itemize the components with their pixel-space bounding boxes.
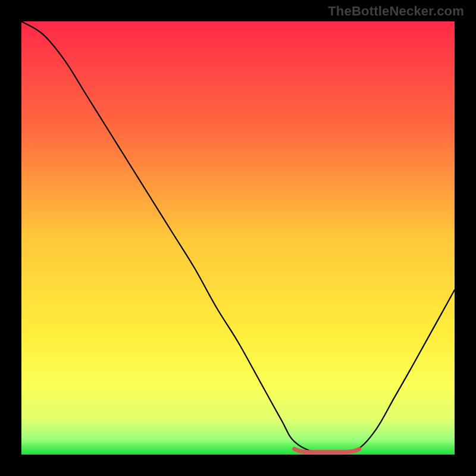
plot-area — [21, 21, 455, 455]
watermark-text: TheBottleNecker.com — [328, 4, 464, 19]
gradient-background — [21, 21, 455, 455]
chart-frame: TheBottleNecker.com — [0, 0, 476, 476]
plot-svg — [21, 21, 455, 455]
